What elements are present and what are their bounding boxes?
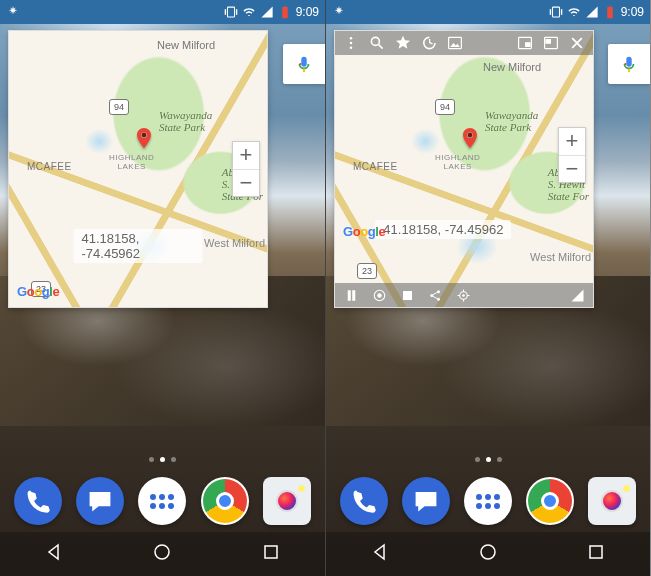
dock [0,471,325,531]
nav-home-button[interactable] [152,542,172,566]
map-pin-icon[interactable] [134,124,154,156]
record-button[interactable] [367,283,391,307]
messages-app-icon[interactable] [402,477,450,525]
google-voice-search-button[interactable] [283,44,325,84]
page-indicator [0,448,325,466]
resize-handle[interactable] [565,283,589,307]
location-status-icon [6,5,20,19]
vibrate-icon [549,5,563,19]
route-shield-94: 94 [435,99,455,115]
favorite-button[interactable] [391,31,415,55]
more-button[interactable] [339,31,363,55]
map-label-wawayanda: Wawayanda State Park [485,109,538,133]
map-widget[interactable]: New Milford Wawayanda State Park Abram S… [334,30,594,308]
zoom-in-button[interactable]: + [233,142,259,169]
app-drawer-button[interactable] [464,477,512,525]
zoom-in-button[interactable]: + [559,128,585,155]
nav-back-button[interactable] [44,542,64,566]
zoom-out-button[interactable]: − [559,155,585,182]
stop-button[interactable] [395,283,419,307]
navigation-bar [326,532,650,576]
chrome-app-icon[interactable] [201,477,249,525]
route-shield-23: 23 [357,263,377,279]
battery-low-icon [603,5,617,19]
route-shield-94: 94 [109,99,129,115]
dock [326,471,650,531]
vibrate-icon [224,5,238,19]
widget-toolbar-top [335,31,593,55]
pause-button[interactable] [339,283,363,307]
map-canvas[interactable]: New Milford Wawayanda State Park Abram S… [9,31,267,307]
coordinates-readout: 41.18158, -74.45962 [375,220,511,239]
chrome-app-icon[interactable] [526,477,574,525]
cell-signal-icon [585,5,599,19]
cell-signal-icon [260,5,274,19]
picture-swap-button[interactable] [539,31,563,55]
map-label-west-milford: West Milford [530,251,591,263]
map-label-mcafee: MCAFEE [353,161,398,172]
history-button[interactable] [417,31,441,55]
google-logo: Google [343,224,385,239]
navigation-bar [0,532,325,576]
coordinates-readout: 41.18158, -74.45962 [74,229,203,263]
nav-recent-button[interactable] [261,542,281,566]
zoom-controls: + − [558,127,586,183]
google-voice-search-button[interactable] [608,44,650,84]
status-time: 9:09 [296,5,319,19]
status-time: 9:09 [621,5,644,19]
map-label-wawayanda: Wawayanda State Park [159,109,212,133]
status-bar: 9:09 [326,0,650,24]
status-bar: 9:09 [0,0,325,24]
page-indicator [326,448,650,466]
google-logo: Google [17,284,59,299]
map-pin-icon[interactable] [460,124,480,156]
map-canvas[interactable]: New Milford Wawayanda State Park Abram S… [335,31,593,307]
camera-app-icon[interactable] [588,477,636,525]
widget-toolbar-bottom [335,283,593,307]
messages-app-icon[interactable] [76,477,124,525]
nav-home-button[interactable] [478,542,498,566]
map-label-west-milford: West Milford [204,237,265,249]
nav-back-button[interactable] [370,542,390,566]
image-button[interactable] [443,31,467,55]
share-button[interactable] [423,283,447,307]
nav-recent-button[interactable] [586,542,606,566]
camera-app-icon[interactable] [263,477,311,525]
map-label-mcafee: MCAFEE [27,161,72,172]
my-location-button[interactable] [451,283,475,307]
zoom-controls: + − [232,141,260,197]
search-button[interactable] [365,31,389,55]
wifi-icon [242,5,256,19]
zoom-out-button[interactable]: − [233,169,259,196]
map-label-new-milford: New Milford [483,61,541,73]
picture-in-button[interactable] [513,31,537,55]
phone-app-icon[interactable] [14,477,62,525]
location-status-icon [332,5,346,19]
map-widget[interactable]: New Milford Wawayanda State Park Abram S… [8,30,268,308]
battery-low-icon [278,5,292,19]
wifi-icon [567,5,581,19]
app-drawer-button[interactable] [138,477,186,525]
close-button[interactable] [565,31,589,55]
map-label-new-milford: New Milford [157,39,215,51]
phone-app-icon[interactable] [340,477,388,525]
